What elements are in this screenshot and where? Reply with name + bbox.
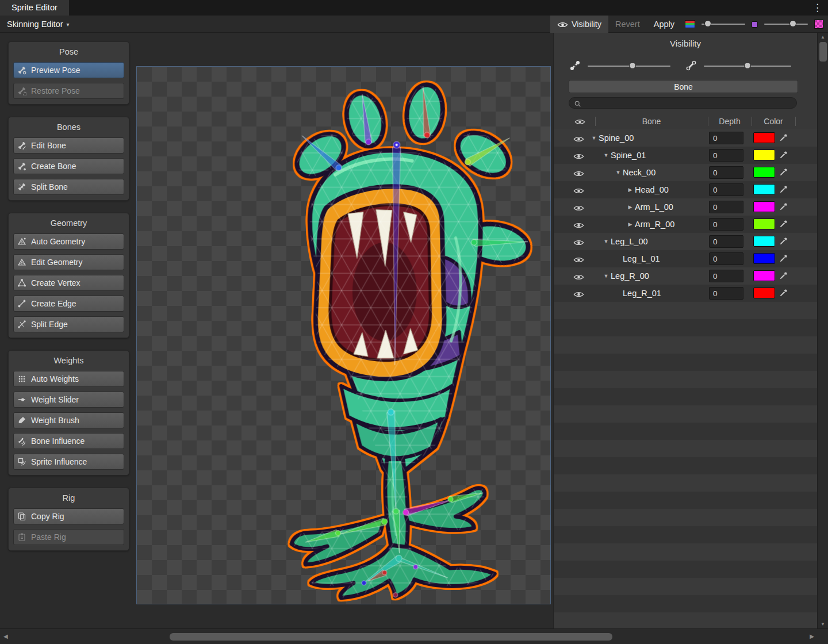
tool-create-bone[interactable]: Create Bone	[13, 158, 124, 174]
scroll-down-icon[interactable]: ▼	[818, 622, 828, 627]
visibility-eye-icon[interactable]	[573, 186, 584, 193]
slider-knob[interactable]	[744, 62, 751, 69]
visibility-eye-icon[interactable]	[573, 238, 584, 245]
tool-copy-rig[interactable]: Copy Rig	[13, 508, 124, 524]
eyedropper-icon[interactable]	[779, 220, 788, 228]
tool-auto-weights[interactable]: Auto Weights	[13, 371, 124, 387]
tool-bone-influence[interactable]: Bone Influence	[13, 433, 124, 449]
eyedropper-icon[interactable]	[779, 202, 788, 211]
visibility-eye-icon[interactable]	[573, 204, 584, 210]
depth-input[interactable]	[709, 183, 743, 196]
bone-color-swatch[interactable]	[753, 253, 775, 264]
tool-edit-geometry[interactable]: Edit Geometry	[13, 254, 124, 270]
depth-input[interactable]	[709, 201, 743, 213]
bone-row[interactable]: ▶ Head_00	[554, 181, 817, 198]
tool-paste-rig[interactable]: Paste Rig	[13, 529, 124, 545]
sprite-opacity-slider[interactable]	[702, 16, 745, 33]
mesh-opacity-slider[interactable]	[704, 57, 791, 75]
tool-weight-slider[interactable]: Weight Slider	[13, 392, 124, 408]
depth-input[interactable]	[709, 270, 743, 282]
fold-arrow-icon[interactable]: ▼	[601, 239, 611, 244]
vertical-scrollbar-thumb[interactable]	[819, 42, 827, 62]
bone-opacity-slider[interactable]	[588, 57, 670, 75]
sprite-texture-area[interactable]	[136, 66, 551, 604]
bone-row[interactable]: ▼ Leg_L_00	[554, 233, 817, 250]
visibility-eye-icon[interactable]	[573, 152, 584, 159]
bone-color-swatch[interactable]	[753, 184, 775, 195]
eyedropper-icon[interactable]	[779, 289, 788, 297]
fold-arrow-icon[interactable]: ▶	[626, 204, 635, 210]
slider-knob[interactable]	[789, 20, 796, 27]
eyedropper-icon[interactable]	[779, 271, 788, 280]
visibility-eye-icon[interactable]	[573, 290, 584, 297]
tool-weight-brush[interactable]: Weight Brush	[13, 412, 124, 428]
weights-opacity-slider[interactable]	[764, 16, 808, 33]
tool-restore-pose[interactable]: Restore Pose	[13, 83, 124, 99]
fold-arrow-icon[interactable]: ▼	[601, 273, 611, 279]
bone-row[interactable]: Leg_R_01	[554, 285, 817, 302]
visibility-eye-icon[interactable]	[573, 169, 584, 176]
fold-arrow-icon[interactable]: ▶	[626, 187, 635, 193]
depth-input[interactable]	[709, 132, 743, 144]
scroll-up-icon[interactable]: ▲	[818, 34, 828, 40]
bone-color-swatch[interactable]	[753, 201, 775, 212]
apply-button[interactable]: Apply	[647, 16, 681, 33]
bone-row[interactable]: ▼ Leg_R_00	[554, 267, 817, 285]
tool-auto-geometry[interactable]: Auto Geometry	[13, 233, 124, 250]
bone-tab-button[interactable]: Bone	[569, 80, 798, 93]
visibility-eye-icon[interactable]	[573, 255, 584, 262]
visibility-toggle[interactable]: Visibility	[550, 16, 608, 33]
fold-arrow-icon[interactable]: ▼	[601, 152, 611, 158]
bone-color-swatch[interactable]	[753, 132, 775, 143]
eyedropper-icon[interactable]	[779, 133, 788, 142]
tool-create-vertex[interactable]: Create Vertex	[13, 275, 124, 291]
eyedropper-icon[interactable]	[779, 237, 788, 246]
eyedropper-icon[interactable]	[779, 151, 788, 159]
tool-split-edge[interactable]: Split Edge	[13, 316, 124, 332]
bone-search-input[interactable]	[584, 99, 792, 108]
bone-color-swatch[interactable]	[753, 270, 775, 281]
bone-row[interactable]: ▶ Arm_L_00	[554, 198, 817, 216]
depth-input[interactable]	[709, 287, 743, 300]
bone-color-swatch[interactable]	[753, 288, 775, 298]
scroll-right-icon[interactable]: ▶	[810, 633, 814, 639]
fold-arrow-icon[interactable]: ▶	[626, 221, 635, 227]
bone-row[interactable]: Leg_L_01	[554, 250, 817, 267]
bone-row[interactable]: ▼ Spine_00	[554, 129, 817, 147]
bone-row[interactable]: ▶ Arm_R_00	[554, 216, 817, 233]
kebab-menu-icon[interactable]: ⋮	[812, 2, 822, 14]
skinning-editor-dropdown[interactable]: Skinning Editor ▾	[2, 16, 74, 33]
bone-color-swatch[interactable]	[753, 218, 775, 229]
eyedropper-icon[interactable]	[779, 168, 788, 177]
bone-color-swatch[interactable]	[753, 236, 775, 247]
horizontal-scrollbar-thumb[interactable]	[170, 633, 612, 641]
depth-input[interactable]	[709, 252, 743, 265]
depth-input[interactable]	[709, 218, 743, 231]
eyedropper-icon[interactable]	[779, 254, 788, 263]
bone-search[interactable]	[569, 97, 797, 109]
tool-split-bone[interactable]: Split Bone	[13, 179, 124, 195]
tool-sprite-influence[interactable]: Sprite Influence	[13, 454, 124, 470]
visibility-eye-icon[interactable]	[573, 273, 584, 279]
tool-preview-pose[interactable]: Preview Pose	[13, 62, 124, 78]
bone-color-swatch[interactable]	[753, 167, 775, 178]
depth-input[interactable]	[709, 235, 743, 248]
eyedropper-icon[interactable]	[779, 185, 788, 194]
bone-row[interactable]: ▼ Neck_00	[554, 164, 817, 181]
bone-color-swatch[interactable]	[753, 150, 775, 160]
vertical-scrollbar[interactable]: ▲ ▼	[817, 33, 828, 628]
fold-arrow-icon[interactable]: ▼	[614, 170, 623, 175]
tool-create-edge[interactable]: Create Edge	[13, 296, 124, 312]
bone-row[interactable]: ▼ Spine_01	[554, 147, 817, 164]
purple-swatch-icon[interactable]	[752, 21, 758, 28]
horizontal-scrollbar[interactable]: ◀ ▶	[0, 628, 828, 644]
visibility-eye-icon[interactable]	[573, 221, 584, 228]
texture-swatch-icon[interactable]	[814, 20, 823, 29]
depth-input[interactable]	[709, 149, 743, 162]
color-layers-icon[interactable]	[685, 20, 695, 28]
slider-knob[interactable]	[629, 62, 636, 69]
scroll-left-icon[interactable]: ◀	[3, 633, 8, 639]
tab-sprite-editor[interactable]: Sprite Editor	[0, 0, 69, 16]
visibility-eye-icon[interactable]	[573, 135, 584, 141]
tool-edit-bone[interactable]: Edit Bone	[13, 137, 124, 154]
